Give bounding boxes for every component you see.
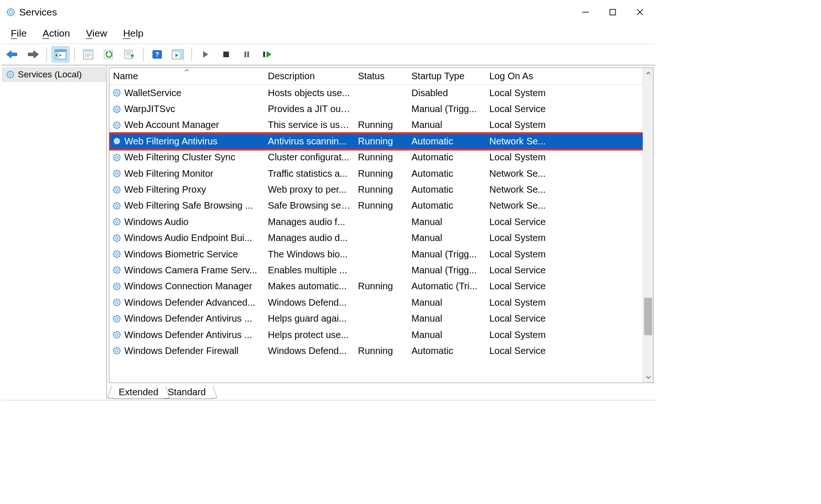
service-status-cell: Running — [354, 346, 408, 356]
service-row[interactable]: Windows Audio Endpoint Bui...Manages aud… — [109, 230, 653, 246]
service-name: WarpJITSvc — [124, 104, 175, 114]
service-row[interactable]: Web Filtering AntivirusAntivirus scannin… — [109, 133, 653, 149]
pause-service-button[interactable] — [238, 46, 256, 62]
service-name-cell: Web Filtering Safe Browsing ... — [109, 200, 264, 211]
service-startup-cell: Manual — [408, 330, 486, 340]
tree-panel: Services (Local) — [1, 66, 107, 399]
menubar: File Action View Help — [1, 23, 655, 44]
export-list-button[interactable] — [121, 46, 138, 62]
service-logon-cell: Network Se... — [486, 184, 579, 195]
services-window: Services File Action View Help — [1, 1, 656, 414]
svg-rect-40 — [223, 52, 229, 57]
service-description-cell: Hosts objects use... — [264, 88, 354, 98]
svg-point-94 — [116, 140, 118, 143]
help-button[interactable]: ? — [148, 46, 166, 62]
scrollbar-thumb[interactable] — [644, 298, 652, 335]
service-logon-cell: Local System — [486, 152, 579, 163]
service-name-cell: Windows Camera Frame Serv... — [109, 265, 264, 276]
maximize-button[interactable] — [599, 3, 626, 21]
svg-point-174 — [116, 269, 118, 271]
column-status[interactable]: Status — [354, 69, 408, 83]
service-row[interactable]: Web Filtering ProxyWeb proxy to per...Ru… — [109, 181, 653, 197]
service-startup-cell: Automatic (Tri... — [408, 281, 486, 292]
service-status-cell: Running — [354, 168, 408, 179]
toolbar-separator — [46, 47, 47, 61]
service-startup-cell: Automatic — [408, 136, 486, 147]
service-name: Windows Defender Firewall — [124, 346, 238, 356]
menu-file[interactable]: File — [8, 27, 30, 40]
tree-root-label: Services (Local) — [18, 69, 82, 80]
menu-view[interactable]: View — [83, 27, 110, 40]
service-startup-cell: Automatic — [408, 200, 486, 211]
service-row[interactable]: Windows Camera Frame Serv...Enables mult… — [109, 262, 653, 278]
service-name: Web Filtering Monitor — [124, 168, 213, 179]
service-logon-cell: Local System — [486, 88, 579, 98]
service-row[interactable]: Web Filtering Cluster SyncCluster config… — [109, 150, 653, 165]
svg-line-12 — [637, 9, 643, 15]
stop-service-button[interactable] — [217, 46, 235, 62]
service-name: Windows Biometric Service — [124, 249, 238, 260]
refresh-button[interactable] — [100, 46, 118, 62]
start-service-button[interactable] — [197, 46, 214, 62]
back-button[interactable] — [3, 46, 21, 62]
menu-help[interactable]: Help — [120, 27, 146, 40]
view-tabs: Extended Standard — [107, 383, 655, 399]
service-startup-cell: Manual (Trigg... — [408, 249, 486, 260]
svg-point-124 — [116, 188, 118, 191]
service-row[interactable]: Web Filtering Safe Browsing ...Safe Brow… — [109, 198, 653, 214]
column-logon-as[interactable]: Log On As — [486, 69, 579, 83]
svg-point-144 — [116, 221, 118, 223]
service-row[interactable]: Web Filtering MonitorTraffic statistics … — [109, 165, 653, 181]
sort-ascending-icon — [184, 69, 190, 72]
service-startup-cell: Automatic — [408, 184, 486, 195]
service-name: Web Account Manager — [124, 120, 219, 130]
service-logon-cell: Local Service — [486, 346, 579, 356]
svg-rect-43 — [263, 52, 265, 57]
toolbar-separator — [143, 47, 144, 61]
service-row[interactable]: Web Account ManagerThis service is use..… — [109, 117, 653, 133]
scroll-down-icon[interactable] — [643, 372, 653, 383]
service-row[interactable]: Windows Biometric ServiceThe Windows bio… — [109, 246, 653, 262]
service-description-cell: Traffic statistics a... — [264, 168, 354, 179]
service-row[interactable]: Windows Connection ManagerMakes automati… — [109, 278, 653, 294]
column-description[interactable]: Description — [264, 69, 354, 83]
service-name-cell: Windows Defender Firewall — [109, 346, 264, 356]
service-startup-cell: Automatic — [408, 168, 486, 179]
tab-extended[interactable]: Extended — [113, 386, 165, 399]
service-row[interactable]: Windows Defender Antivirus ...Helps prot… — [109, 327, 653, 343]
service-row[interactable]: WalletServiceHosts objects use...Disable… — [109, 85, 653, 101]
service-description-cell: Helps guard agai... — [264, 313, 354, 324]
service-row[interactable]: Windows Defender Advanced...Windows Defe… — [109, 294, 653, 310]
forward-button[interactable] — [24, 46, 42, 62]
tree-root-item[interactable]: Services (Local) — [2, 68, 106, 82]
column-name[interactable]: Name — [109, 69, 264, 83]
service-row[interactable]: Windows AudioManages audio f...ManualLoc… — [109, 214, 653, 230]
service-row[interactable]: Windows Defender Antivirus ...Helps guar… — [109, 310, 653, 326]
restart-service-button[interactable] — [258, 46, 276, 62]
properties-button[interactable] — [79, 46, 97, 62]
scroll-up-icon[interactable] — [643, 68, 653, 78]
close-button[interactable] — [626, 3, 654, 21]
service-description-cell: Windows Defend... — [264, 297, 354, 308]
service-name-cell: WarpJITSvc — [109, 104, 264, 114]
service-startup-cell: Automatic — [408, 346, 486, 356]
service-logon-cell: Local System — [486, 233, 579, 243]
show-hide-action-pane-button[interactable] — [169, 46, 187, 62]
svg-rect-37 — [180, 52, 183, 59]
gear-icon — [112, 88, 122, 98]
menu-action[interactable]: Action — [40, 27, 73, 40]
svg-point-104 — [116, 156, 118, 158]
service-description-cell: Provides a JIT out... — [264, 104, 354, 114]
gear-icon — [112, 105, 122, 114]
svg-rect-36 — [172, 50, 183, 52]
service-row[interactable]: Windows Defender FirewallWindows Defend.… — [109, 343, 653, 359]
gear-icon — [112, 233, 122, 243]
show-hide-tree-button[interactable] — [52, 46, 69, 62]
service-logon-cell: Network Se... — [486, 136, 579, 147]
service-row[interactable]: WarpJITSvcProvides a JIT out...Manual (T… — [109, 101, 653, 117]
column-startup-type[interactable]: Startup Type — [408, 69, 486, 83]
service-name-cell: Windows Defender Advanced... — [109, 297, 264, 308]
minimize-button[interactable] — [572, 3, 599, 21]
vertical-scrollbar[interactable] — [643, 68, 653, 383]
gear-icon — [112, 185, 122, 195]
